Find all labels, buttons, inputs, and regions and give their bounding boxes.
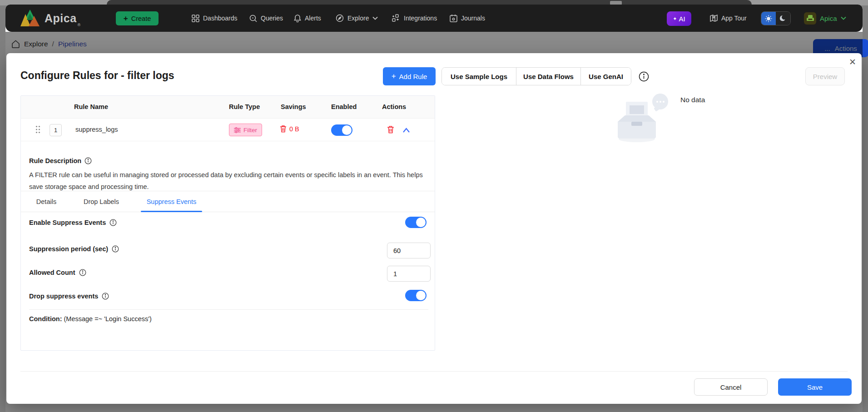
theme-toggle[interactable] — [761, 11, 791, 25]
no-data-text: No data — [680, 96, 705, 104]
preview-button[interactable]: Preview — [805, 67, 845, 85]
suppression-period-input[interactable] — [387, 243, 431, 258]
allowed-count-input[interactable] — [387, 266, 431, 282]
info-icon — [102, 293, 109, 300]
avatar-icon — [806, 15, 814, 22]
rule-name: suppress_logs — [75, 126, 118, 133]
drop-suppress-events-label: Drop suppress events — [29, 293, 109, 300]
enable-suppress-events-label: Enable Suppress Events — [29, 219, 117, 226]
ai-button[interactable]: ✦ AI — [667, 11, 691, 26]
chevron-down-icon — [372, 16, 378, 20]
info-icon — [109, 219, 117, 226]
filter-sliders-icon — [234, 127, 241, 133]
add-rule-button[interactable]: + Add Rule — [383, 67, 436, 85]
col-rule-type: Rule Type — [229, 103, 260, 110]
map-icon — [710, 14, 718, 22]
nav-item-integrations[interactable]: Integrations — [392, 5, 437, 32]
bell-icon — [294, 14, 301, 22]
info-icon — [79, 269, 86, 276]
col-savings: Savings — [281, 103, 306, 110]
tab-suppress-events[interactable]: Suppress Events — [141, 191, 202, 212]
account-menu[interactable]: Apica — [804, 5, 846, 32]
nav-item-explore[interactable]: Explore — [336, 5, 378, 32]
col-rule-name: Rule Name — [74, 103, 108, 110]
configure-rules-modal: ✕ Configure Rules for - filter logs + Ad… — [6, 53, 862, 404]
sun-icon — [765, 15, 772, 22]
moon-icon — [780, 15, 787, 22]
sparkles-icon: ✦ — [673, 16, 677, 22]
drag-handle-icon[interactable] — [35, 125, 40, 135]
avatar — [804, 12, 816, 25]
brand-name: Apica® — [45, 5, 81, 32]
trash-icon — [280, 125, 287, 133]
dark-mode-segment[interactable] — [776, 12, 790, 25]
source-tab-group: Use Sample Logs Use Data Flows Use GenAI — [441, 67, 631, 85]
nav-item-queries[interactable]: Queries — [249, 5, 283, 32]
speech-bubble-icon — [652, 94, 668, 109]
grid-icon — [192, 15, 199, 22]
tab-drop-labels[interactable]: Drop Labels — [76, 191, 126, 212]
rules-table: Rule Name Rule Type Savings Enabled Acti… — [20, 95, 435, 351]
rule-description-text: A FILTER rule can be useful in managing … — [29, 169, 435, 193]
delete-rule-icon[interactable] — [387, 125, 394, 135]
rule-index: 1 — [50, 124, 62, 136]
nav-item-alerts[interactable]: Alerts — [294, 5, 321, 32]
tab-use-sample-logs[interactable]: Use Sample Logs — [442, 68, 516, 85]
table-header: Rule Name Rule Type Savings Enabled Acti… — [21, 96, 435, 119]
enable-suppress-events-toggle[interactable] — [405, 217, 427, 228]
source-info-icon[interactable] — [639, 71, 649, 84]
light-mode-segment[interactable] — [761, 12, 776, 25]
cancel-button[interactable]: Cancel — [694, 378, 768, 396]
plus-icon: + — [124, 15, 128, 22]
apica-logo-icon — [20, 5, 40, 32]
rule-description-title: Rule Description — [29, 157, 92, 164]
savings-value: 0 B — [280, 125, 299, 133]
rule-detail-tabs: Details Drop Labels Suppress Events — [21, 191, 435, 212]
info-icon — [112, 245, 119, 253]
account-name: Apica — [820, 15, 837, 22]
condition-text: Condition: (Message =~ 'Login Success') — [29, 315, 152, 323]
collapse-rule-icon[interactable] — [402, 127, 410, 135]
drop-suppress-events-toggle[interactable] — [405, 290, 427, 301]
integrations-icon — [392, 14, 400, 22]
suppression-period-label: Suppression period (sec) — [29, 245, 119, 253]
info-icon — [84, 157, 92, 164]
top-navbar: Apica® + Create Dashboards Queries Alert… — [5, 5, 863, 32]
save-button[interactable]: Save — [778, 378, 852, 396]
table-row: 1 suppress_logs Filter 0 B — [21, 119, 435, 141]
nav-item-journals[interactable]: Journals — [450, 5, 485, 32]
app-tour-button[interactable]: App Tour — [710, 5, 747, 32]
col-actions: Actions — [382, 103, 406, 110]
compass-icon — [336, 14, 344, 22]
nav-item-dashboards[interactable]: Dashboards — [192, 5, 238, 32]
tab-details[interactable]: Details — [29, 191, 64, 212]
plus-icon: + — [392, 72, 396, 81]
search-icon — [249, 15, 257, 22]
close-icon[interactable]: ✕ — [847, 56, 858, 68]
registered-mark: ® — [78, 23, 81, 32]
chevron-down-icon — [841, 16, 846, 20]
footer-divider — [20, 371, 848, 372]
empty-state-illustration — [614, 94, 678, 153]
allowed-count-label: Allowed Count — [29, 269, 86, 276]
create-button[interactable]: + Create — [116, 11, 159, 25]
modal-title: Configure Rules for - filter logs — [20, 69, 174, 82]
rule-type-badge: Filter — [229, 124, 262, 136]
col-enabled: Enabled — [331, 103, 357, 110]
divider — [29, 309, 428, 310]
rule-enabled-toggle[interactable] — [331, 124, 352, 136]
journal-icon — [450, 14, 457, 22]
tab-use-data-flows[interactable]: Use Data Flows — [516, 68, 581, 85]
tab-use-genai[interactable]: Use GenAI — [581, 68, 631, 85]
